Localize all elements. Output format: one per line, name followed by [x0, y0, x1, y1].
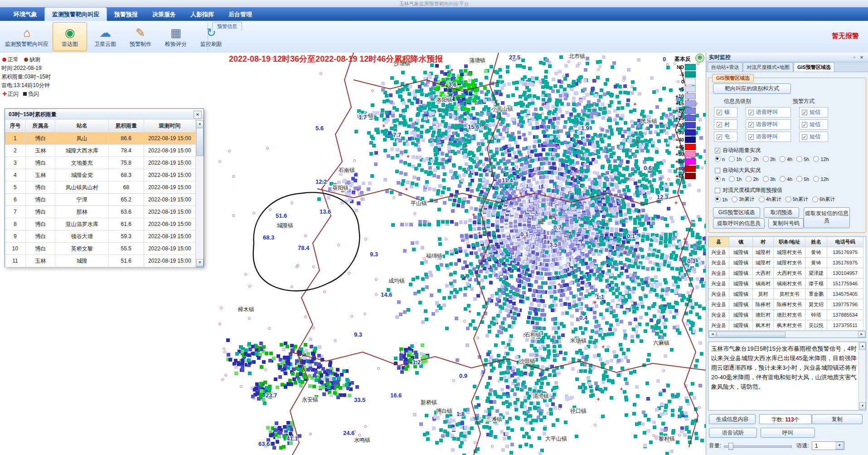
rain-table-row[interactable]: 9博白顿谷大塘59.32022-08-19 15:00 [5, 230, 196, 243]
auto-wind-radio-0[interactable] [715, 176, 721, 182]
auto-wind-radio-5[interactable] [796, 176, 802, 182]
auto-rain-checkbox[interactable]: ✓ [715, 148, 720, 153]
warning-message-box[interactable]: 玉林市气象台19日5时15分发布暴雨橙色预警信号，4时以来兴业县城隍大西水库已出… [708, 342, 866, 411]
volume-slider[interactable] [724, 442, 792, 450]
voice-call-box[interactable]: ✓语音呼叫 [746, 119, 791, 130]
menu-tab-1[interactable]: 监测预警靶向叫应 [44, 7, 107, 21]
rain-table-scrollbar[interactable]: ▲▼ [195, 120, 204, 267]
panel-tab-2[interactable]: GIS预警区域选 [794, 62, 834, 72]
level-checkbox-box[interactable]: ✓屯 [714, 132, 737, 142]
rain-col-header[interactable]: 站名 [55, 120, 108, 132]
sms-checkbox[interactable]: ✓ [802, 122, 807, 127]
contact-row[interactable]: 兴业县城隍镇城隍村城隍村支书黄铸135176975 [708, 247, 866, 258]
generate-message-button[interactable]: 生成信息内容 [709, 414, 756, 424]
contacts-col-header[interactable]: 电话号码 [827, 237, 863, 247]
scroll-right-icon[interactable]: ► [858, 331, 865, 338]
menu-tab-3[interactable]: 决策服务 [145, 8, 183, 21]
auto-wind-checkbox[interactable] [715, 168, 720, 173]
scroll-up-icon[interactable]: ▲ [196, 120, 204, 127]
model-rain-checkbox[interactable] [715, 188, 720, 193]
close-icon[interactable]: × [194, 111, 202, 119]
auto-wind-radio-2[interactable] [746, 176, 752, 182]
contacts-col-header[interactable]: 镇 [729, 237, 753, 247]
rain-table-row[interactable]: 2玉林城隍大西水库78.42022-08-19 15:00 [5, 145, 196, 157]
contact-row[interactable]: 兴业县城隍镇塘肚村塘肚村支书钟塔137885534 [708, 310, 866, 320]
rain-window-titlebar[interactable]: 03时~15时累积雨量× [5, 109, 204, 120]
model-rain-radio-2[interactable] [759, 196, 765, 202]
model-rain-radio-4[interactable] [812, 196, 818, 202]
auto-rain-radio-6[interactable] [813, 156, 819, 162]
rain-table-row[interactable]: 7博白那林63.62022-08-19 15:00 [5, 206, 196, 218]
auto-wind-radio-4[interactable] [780, 176, 786, 182]
menu-tab-5[interactable]: 后台管理 [221, 8, 259, 21]
speed-select[interactable]: 1▼ [812, 441, 844, 450]
menu-tab-2[interactable]: 预警预报 [107, 8, 145, 21]
message-scrollbar[interactable]: ▲▼ [858, 342, 866, 410]
extract-call-contacts-button[interactable]: 提取呼叫的信息员 [713, 218, 765, 229]
auto-rain-radio-2[interactable] [746, 156, 752, 162]
auto-wind-radio-1[interactable] [729, 176, 735, 182]
voice-call-box[interactable]: ✓语音呼叫 [746, 107, 791, 117]
voice-checkbox[interactable]: ✓ [748, 122, 754, 127]
rain-col-header[interactable]: 观测时间 [144, 120, 196, 132]
contacts-hscrollbar[interactable]: ◄► [708, 331, 866, 338]
contacts-col-header[interactable]: 职务/地址 [774, 237, 805, 247]
auto-rain-radio-0[interactable] [715, 156, 721, 162]
call-button[interactable]: 呼叫 [761, 428, 815, 438]
contact-row[interactable]: 兴业县城隍镇枫木村枫木村支书吴以悦137375511 [708, 320, 866, 331]
rain-table-row[interactable]: 6博白宁潭65.22022-08-19 15:00 [5, 194, 196, 206]
gis-select-button[interactable]: GIS预警区域选 [713, 207, 760, 218]
cancel-preselect-button[interactable]: 取消预选 [764, 207, 799, 218]
level-checkbox[interactable]: ✓ [717, 134, 722, 140]
contact-row[interactable]: 兴业县城隍镇城隍村城隍村支书黄铸135176975 [708, 258, 866, 268]
rain-col-header[interactable]: 序号 [5, 120, 26, 132]
toolbar-button-warning-edit[interactable]: ✎预警制作 [123, 22, 158, 51]
slider-thumb[interactable] [728, 443, 733, 450]
toolbar-button-satellite-cloud[interactable]: ☁卫星云图 [88, 22, 122, 51]
zoom-icon[interactable]: ⊕ [695, 54, 704, 63]
rain-table-row[interactable]: 8博白亚山温罗水库61.62022-08-19 15:00 [5, 218, 196, 230]
contact-row[interactable]: 兴业县城隍镇镇南村镇南村支书谭于模151775946 [708, 279, 866, 289]
rain-table-row[interactable]: 10博白英桥文黎55.52022-08-19 15:00 [5, 243, 196, 255]
copy-number-button[interactable]: 复制叫号码 [768, 218, 804, 229]
auto-rain-radio-4[interactable] [780, 156, 786, 162]
copy-message-button[interactable]: 复制 [812, 414, 863, 424]
menu-tab-0[interactable]: 环境气象 [6, 8, 44, 21]
scroll-down-icon[interactable]: ▼ [859, 402, 866, 410]
level-checkbox[interactable]: ✓ [717, 110, 722, 115]
scroll-left-icon[interactable]: ◄ [709, 331, 716, 338]
contacts-col-header[interactable]: 村 [753, 237, 774, 247]
target-level-button[interactable]: 靶向叫应的级别和方式 [713, 83, 791, 94]
sms-box[interactable]: ✓短信 [799, 132, 828, 142]
pin-icon[interactable]: ▫ [851, 54, 858, 60]
model-rain-radio-0[interactable] [715, 196, 721, 202]
map-area[interactable]: 沙塘镇蒲塘镇北市镇洛阳镇小平山镇民乐镇山心镇石南镇葵阳镇平山镇城隍镇福绵镇成均镇… [0, 53, 706, 455]
panel-tab-0[interactable]: 自动站+雷达 [708, 62, 742, 72]
rain-table-row[interactable]: 11玉林城隍51.62022-08-19 15:00 [5, 255, 196, 267]
panel-tab-1[interactable]: 对流尺度模式+地图 [743, 62, 793, 72]
rain-col-header[interactable]: 所属县 [26, 120, 56, 132]
auto-wind-radio-6[interactable] [813, 176, 819, 182]
auto-rain-radio-1[interactable] [729, 156, 735, 162]
model-rain-radio-1[interactable] [732, 196, 737, 202]
auto-rain-radio-5[interactable] [796, 156, 802, 162]
scroll-thumb[interactable] [196, 128, 204, 156]
contact-row[interactable]: 兴业县城隍镇莫村莫村支书覃金鹏134575405 [708, 289, 866, 299]
voice-call-box[interactable]: ✓语音呼叫 [746, 132, 791, 142]
extract-sms-contacts-button[interactable]: 提取发短信的信息员 [804, 207, 850, 228]
sms-checkbox[interactable]: ✓ [802, 110, 807, 115]
contacts-col-header[interactable]: 县 [708, 237, 729, 247]
contact-row[interactable]: 兴业县城隍镇大西村大西村支书梁泽建130104957 [708, 268, 866, 279]
scroll-thumb[interactable] [717, 332, 786, 338]
level-checkbox-box[interactable]: ✓村 [714, 119, 737, 130]
voice-checkbox[interactable]: ✓ [748, 134, 754, 140]
tts-preview-button[interactable]: 语音试听 [709, 428, 757, 438]
sms-checkbox[interactable]: ✓ [802, 134, 807, 140]
rain-table-row[interactable]: 3博白文地姜充75.82022-08-19 15:00 [5, 157, 196, 169]
rain-table-row[interactable]: 4玉林城隍金党68.32022-08-19 15:00 [5, 169, 196, 181]
sms-box[interactable]: ✓短信 [799, 119, 828, 130]
auto-rain-radio-3[interactable] [763, 156, 769, 162]
menu-tab-4[interactable]: 人影指挥 [183, 8, 221, 21]
level-checkbox-box[interactable]: ✓镇 [714, 107, 737, 117]
model-rain-radio-3[interactable] [786, 196, 791, 202]
